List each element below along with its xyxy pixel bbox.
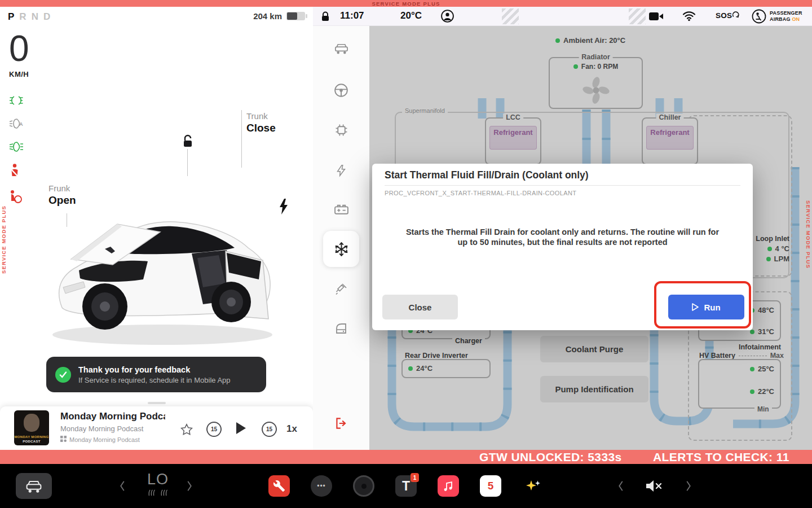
check-icon (55, 367, 71, 383)
media-artist: Monday Morning Podcast (60, 424, 143, 433)
media-source: Monday Morning Podcast (60, 436, 140, 443)
airbag-line2: AIRBAG ON (770, 16, 802, 23)
gear-d: D (43, 11, 50, 22)
album-art-line1: MONDAY MORNING (14, 435, 49, 439)
service-mode-top-banner: SERVICE MODE PLUS (0, 0, 812, 7)
sidebar-tab-thermal[interactable] (330, 238, 352, 260)
t-app-glyph: T (402, 479, 410, 494)
sos-label: SOS (716, 11, 732, 20)
media-player[interactable]: MONDAY MORNING PODCAST Monday Morning Po… (0, 406, 313, 450)
climate-temp-setting[interactable]: LO (143, 471, 173, 488)
hazard-stripe-decoration (629, 8, 646, 24)
notification-badge: 1 (411, 473, 419, 482)
run-button-highlight (654, 281, 751, 329)
tesla-service-screen: SERVICE MODE PLUS PRND 204 km 0 KM/H A (0, 0, 812, 508)
favorite-star-button[interactable] (180, 423, 193, 438)
service-panel: 11:07 20°C SOS PASSENGER AIRBAG ON (313, 7, 812, 450)
modal-divider (385, 185, 740, 186)
modal-title: Start Thermal Fluid Fill/Drain (Coolant … (385, 169, 589, 181)
front-defrost-icon (148, 489, 156, 496)
album-art-face (24, 414, 39, 432)
svg-text:A: A (19, 121, 23, 127)
media-title: Monday Morning Podcast (60, 411, 165, 422)
dashcam-icon[interactable] (649, 11, 664, 24)
procedure-id: PROC_VCFRONT_X_START-THERMAL-FILL-DRAIN-… (385, 190, 577, 196)
battery-icon (286, 12, 305, 20)
lock-status-icon[interactable] (321, 11, 330, 24)
exit-service-mode-button[interactable] (330, 412, 352, 435)
temp-decrease-chevron[interactable] (120, 480, 125, 494)
wifi-icon[interactable] (682, 11, 696, 24)
alerts-to-check-status: ALERTS TO CHECK: 11 (653, 450, 789, 464)
trunk-label: Trunk (246, 111, 276, 121)
seatbelt-warning-icon (8, 163, 25, 181)
passenger-airbag-text: PASSENGER AIRBAG ON (770, 10, 802, 23)
modal-description: Starts the Thermal Fill Drain for coolan… (403, 227, 722, 247)
telltale-column: A (8, 94, 25, 207)
toybox-app-button[interactable]: T 1 (395, 475, 417, 497)
low-beam-icon (8, 140, 25, 156)
parking-lights-icon (8, 94, 25, 110)
procedure-modal: Start Thermal Fluid Fill/Drain (Coolant … (372, 164, 753, 330)
sidebar-tab-steering[interactable] (330, 79, 352, 102)
dashcam-record-button[interactable] (353, 475, 374, 497)
car-icon (25, 479, 43, 493)
airbag-word: AIRBAG (770, 16, 791, 22)
calendar-app-button[interactable]: 5 (480, 475, 501, 497)
outside-temperature[interactable]: 20°C (400, 10, 422, 21)
sidebar-tab-vehicle[interactable] (330, 37, 352, 59)
gear-selector: PRND (8, 11, 55, 23)
calendar-day: 5 (488, 480, 494, 492)
skip-back-15-button[interactable]: 15 (206, 422, 222, 437)
more-apps-button[interactable]: ••• (311, 475, 332, 497)
playback-rate-button[interactable]: 1x (286, 423, 297, 435)
media-next-chevron[interactable] (686, 480, 691, 494)
passenger-airbag-icon (752, 9, 766, 24)
gear-p: P (8, 11, 14, 22)
toast-title: Thank you for your feedback (78, 365, 231, 374)
range-value: 204 km (253, 11, 282, 21)
music-note-icon (443, 480, 454, 492)
airbag-state: ON (792, 16, 800, 22)
speed-value: 0 (9, 30, 29, 67)
stars-icon (523, 476, 542, 496)
hazard-stripe-decoration (502, 8, 519, 24)
sos-button[interactable]: SOS (716, 11, 739, 20)
sidebar-tab-low-voltage[interactable] (330, 198, 352, 221)
gear-n: N (32, 11, 38, 22)
podcast-source-icon (60, 436, 67, 443)
climate-control[interactable]: LO (143, 471, 173, 496)
toast-subtitle: If Service is required, schedule it in M… (78, 376, 231, 384)
weather-app-button[interactable] (522, 475, 544, 497)
trunk-close-button[interactable]: Close (246, 122, 276, 134)
media-drag-handle[interactable] (148, 402, 166, 404)
music-app-button[interactable] (438, 475, 459, 497)
car-app-button[interactable] (16, 473, 52, 499)
temp-increase-chevron[interactable] (187, 480, 192, 494)
sidebar-tab-injector[interactable] (330, 278, 352, 300)
speed-unit: KM/H (9, 70, 29, 78)
passenger-airbag-status: PASSENGER AIRBAG ON (752, 9, 802, 24)
record-dot (361, 484, 367, 489)
gear-r: R (19, 11, 26, 22)
sidebar-tab-high-voltage[interactable] (330, 159, 352, 182)
battery-range: 204 km (253, 11, 305, 21)
play-button[interactable] (236, 422, 246, 436)
airbag-warning-icon (8, 189, 25, 207)
service-mode-top-label: SERVICE MODE PLUS (372, 1, 440, 7)
sidebar-tab-closures[interactable] (330, 317, 352, 340)
profile-icon[interactable] (440, 9, 454, 25)
media-prev-chevron[interactable] (618, 480, 624, 494)
service-app-button[interactable] (268, 475, 290, 497)
car-lock-icon[interactable] (182, 134, 194, 150)
taskbar: LO ••• T 1 5 (0, 464, 812, 508)
skip-forward-15-button[interactable]: 15 (262, 422, 277, 437)
sos-arrow-icon (732, 11, 739, 18)
close-button[interactable]: Close (382, 295, 458, 319)
charge-port-icon (279, 199, 289, 217)
airbag-line1: PASSENGER (770, 10, 802, 16)
volume-muted-button[interactable] (644, 478, 664, 497)
status-bar: 11:07 20°C SOS PASSENGER AIRBAG ON (313, 7, 812, 26)
auto-headlight-icon: A (8, 117, 25, 133)
sidebar-tab-computer[interactable] (330, 119, 352, 141)
